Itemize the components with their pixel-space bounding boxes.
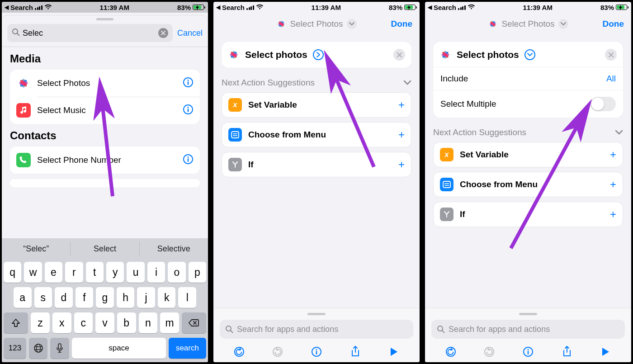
search-apps-field[interactable]: Search for apps and actions — [220, 320, 413, 339]
key[interactable]: x — [52, 312, 71, 333]
key[interactable]: r — [65, 262, 83, 283]
key[interactable]: a — [14, 287, 32, 308]
key[interactable]: o — [168, 262, 185, 283]
info-icon[interactable] — [183, 154, 194, 166]
suggestion-row[interactable]: If+ — [433, 202, 623, 227]
search-apps-field[interactable]: Search for apps and actions — [431, 320, 625, 339]
key[interactable]: h — [117, 287, 135, 308]
status-back-label[interactable]: Search — [222, 4, 245, 11]
remove-action-icon[interactable] — [605, 49, 617, 61]
row-select-music[interactable]: Select Music — [10, 97, 200, 124]
key[interactable]: l — [178, 287, 196, 308]
backspace-key[interactable] — [182, 312, 206, 333]
suggestion-row[interactable]: If+ — [222, 152, 411, 177]
suggestion[interactable]: “Selec” — [2, 238, 70, 259]
suggestion-row[interactable]: Choose from Menu+ — [222, 122, 411, 147]
wifi-icon — [256, 5, 264, 10]
grabber-icon[interactable] — [519, 313, 537, 315]
key[interactable]: j — [137, 287, 155, 308]
chevron-right-icon[interactable] — [313, 49, 324, 60]
remove-action-icon[interactable] — [393, 49, 405, 61]
include-value[interactable]: All — [606, 74, 616, 84]
key[interactable]: u — [127, 262, 144, 283]
numbers-key[interactable]: 123 — [4, 338, 26, 359]
grabber-icon[interactable] — [96, 18, 113, 20]
suggestion[interactable]: Selective — [140, 238, 208, 259]
undo-icon[interactable] — [232, 345, 246, 359]
add-icon[interactable]: + — [398, 128, 405, 141]
status-back-label[interactable]: Search — [10, 4, 33, 11]
dictation-key[interactable] — [50, 338, 69, 359]
key[interactable]: p — [189, 262, 206, 283]
cancel-button[interactable]: Cancel — [177, 28, 203, 38]
key[interactable]: t — [86, 262, 104, 283]
share-icon[interactable] — [560, 345, 574, 359]
key[interactable]: i — [147, 262, 165, 283]
key[interactable]: y — [106, 262, 124, 283]
chevron-down-icon[interactable] — [524, 49, 535, 60]
play-icon[interactable] — [387, 345, 401, 359]
space-key[interactable]: space — [72, 338, 166, 359]
add-icon[interactable]: + — [610, 178, 616, 191]
add-icon[interactable]: + — [398, 99, 405, 111]
search-key[interactable]: search — [169, 338, 206, 359]
include-row[interactable]: Include All — [433, 67, 623, 90]
emoji-key[interactable] — [29, 338, 48, 359]
back-triangle-icon[interactable]: ◀ — [428, 4, 432, 10]
key[interactable]: k — [158, 287, 176, 308]
share-icon[interactable] — [349, 345, 362, 359]
suggestion[interactable]: Select — [71, 238, 139, 259]
info-icon[interactable] — [521, 345, 535, 359]
clear-icon[interactable] — [158, 28, 168, 38]
key[interactable]: m — [160, 312, 179, 333]
svg-rect-15 — [188, 109, 189, 112]
suggestion-icon — [228, 128, 242, 142]
back-triangle-icon[interactable]: ◀ — [5, 4, 9, 10]
grabber-icon[interactable] — [307, 313, 326, 315]
info-icon[interactable] — [310, 345, 323, 359]
add-icon[interactable]: + — [610, 148, 616, 161]
key[interactable]: s — [34, 287, 52, 308]
key[interactable]: e — [45, 262, 62, 283]
search-field[interactable] — [7, 24, 173, 42]
status-bar: ◀ Search 11:39 AM 83% — [213, 2, 420, 13]
key[interactable]: w — [24, 262, 42, 283]
key[interactable]: v — [95, 312, 114, 333]
add-icon[interactable]: + — [398, 158, 405, 171]
suggestion-row[interactable]: Choose from Menu+ — [433, 172, 623, 197]
info-icon[interactable] — [183, 104, 194, 117]
key[interactable]: c — [74, 312, 93, 333]
key[interactable]: d — [55, 287, 73, 308]
chevron-down-icon[interactable] — [615, 128, 623, 137]
status-back-label[interactable]: Search — [434, 4, 456, 11]
chevron-down-icon[interactable] — [558, 19, 568, 29]
suggestion-row[interactable]: xSet Variable+ — [222, 92, 411, 118]
back-triangle-icon[interactable]: ◀ — [216, 4, 220, 10]
svg-rect-73 — [528, 351, 529, 355]
shift-key[interactable] — [4, 312, 28, 333]
info-icon[interactable] — [183, 77, 194, 90]
search-input[interactable] — [23, 28, 156, 38]
chevron-down-icon[interactable] — [403, 78, 411, 88]
key[interactable]: b — [117, 312, 136, 333]
key[interactable]: g — [96, 287, 114, 308]
key[interactable]: f — [76, 287, 94, 308]
done-button[interactable]: Done — [603, 19, 624, 29]
suggestion-icon — [440, 178, 453, 191]
key[interactable]: n — [139, 312, 158, 333]
select-multiple-toggle[interactable] — [590, 97, 616, 111]
suggestion-row[interactable]: xSet Variable+ — [433, 142, 623, 167]
add-icon[interactable]: + — [610, 208, 616, 221]
done-button[interactable]: Done — [391, 19, 413, 29]
row-select-photos[interactable]: Select Photos — [10, 70, 200, 97]
bottom-dock: Search for apps and actions — [425, 308, 631, 362]
row-select-phone-number[interactable]: Select Phone Number — [10, 147, 200, 174]
play-icon[interactable] — [599, 345, 612, 359]
key[interactable]: z — [31, 312, 50, 333]
search-icon — [437, 325, 445, 333]
undo-icon[interactable] — [444, 345, 458, 359]
action-card-select-photos[interactable]: Select photos — [222, 42, 411, 68]
chevron-down-icon[interactable] — [347, 19, 357, 29]
key[interactable]: q — [4, 262, 21, 283]
action-card-select-photos[interactable]: Select photos — [433, 42, 623, 68]
